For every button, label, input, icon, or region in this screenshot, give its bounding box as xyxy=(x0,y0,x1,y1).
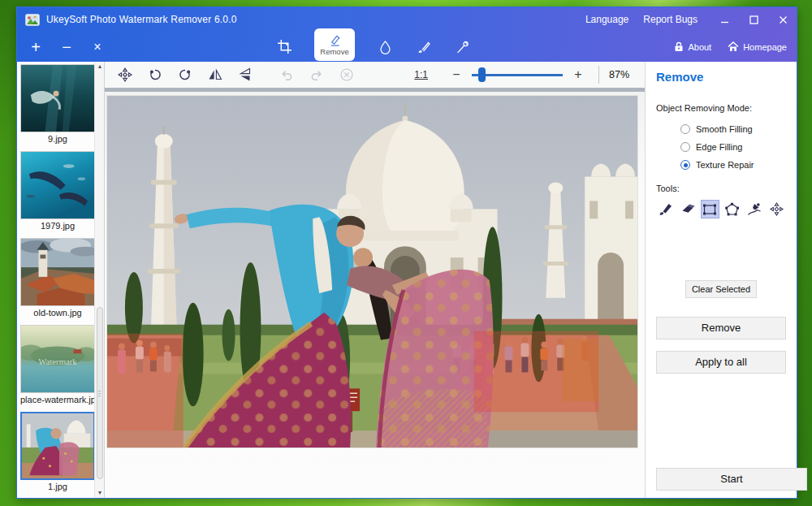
rotate-right-button[interactable] xyxy=(175,64,196,85)
window-header: UkeySoft Photo Watermark Remover 6.0.0 L… xyxy=(17,7,797,62)
apply-to-all-button[interactable]: Apply to all xyxy=(656,351,786,374)
flip-horizontal-button[interactable] xyxy=(205,64,226,85)
move-icon xyxy=(118,67,132,82)
tool-rectangle-select[interactable] xyxy=(701,200,720,218)
thumbnail-image[interactable]: Watermark xyxy=(20,325,95,393)
thumbnail-image[interactable] xyxy=(20,238,95,306)
old-town-image xyxy=(21,239,94,305)
close-button[interactable] xyxy=(777,15,788,24)
taj-mahal-couple-thumb xyxy=(22,413,93,478)
rotate-right-icon xyxy=(178,67,192,82)
tool-polygon-select[interactable] xyxy=(723,200,742,218)
thumbnail-image[interactable] xyxy=(20,151,95,219)
minimize-button[interactable] xyxy=(719,15,730,24)
panel-title: Remove xyxy=(656,70,786,84)
toolbar-divider xyxy=(598,66,599,84)
thumbnail-image[interactable] xyxy=(20,64,95,132)
maximize-button[interactable] xyxy=(748,15,759,24)
app-logo-icon xyxy=(25,14,40,26)
redo-button[interactable] xyxy=(306,64,327,85)
brush-tool-icon xyxy=(659,202,672,216)
cancel-circle-icon xyxy=(339,67,354,82)
selection-overlay-right-small[interactable] xyxy=(562,339,598,402)
home-icon xyxy=(728,41,739,52)
clear-selected-button[interactable]: Clear Selected xyxy=(685,280,757,298)
underwater-swimmers-image xyxy=(21,152,94,218)
tab-watermark-fill[interactable] xyxy=(376,38,394,56)
scrollbar-thumb[interactable] xyxy=(97,307,103,479)
menu-report-bugs[interactable]: Report Bugs xyxy=(643,14,698,25)
radio-edge-filling[interactable]: Edge Filling xyxy=(680,141,786,153)
actual-size-button[interactable]: 1:1 xyxy=(414,69,428,80)
minimize-icon xyxy=(720,15,729,24)
undo-button[interactable] xyxy=(276,64,297,85)
tool-brush[interactable] xyxy=(656,200,676,218)
thumbnail-item-9jpg[interactable]: 9.jpg xyxy=(20,64,95,146)
radio-icon[interactable] xyxy=(680,160,690,170)
radio-smooth-filling[interactable]: Smooth Filling xyxy=(680,123,786,135)
zoom-in-button[interactable]: + xyxy=(571,67,585,82)
zoom-slider-handle[interactable] xyxy=(478,67,486,82)
move-tool-button[interactable] xyxy=(114,64,136,85)
thumbnail-image[interactable] xyxy=(20,412,95,480)
about-label: About xyxy=(688,42,711,52)
titlebar: UkeySoft Photo Watermark Remover 6.0.0 L… xyxy=(17,7,797,32)
flip-vertical-button[interactable] xyxy=(235,64,256,85)
thumbnail-item-placewatermarkjpg[interactable]: Watermark place-watermark.jpg xyxy=(20,325,95,407)
app-window: UkeySoft Photo Watermark Remover 6.0.0 L… xyxy=(16,6,797,499)
radio-icon[interactable] xyxy=(680,124,690,134)
eraser-tool-icon xyxy=(681,202,695,216)
photo-canvas[interactable] xyxy=(106,95,638,448)
zoom-slider[interactable] xyxy=(472,67,563,82)
selection-overlay-left[interactable] xyxy=(107,334,184,448)
window-title: UkeySoft Photo Watermark Remover 6.0.0 xyxy=(46,14,237,25)
lock-icon xyxy=(674,41,684,52)
tool-pen-select[interactable] xyxy=(745,200,764,218)
thumbnail-item-oldtownjpg[interactable]: old-town.jpg xyxy=(20,238,95,320)
canvas-area[interactable] xyxy=(105,92,645,498)
tool-move[interactable] xyxy=(767,200,786,218)
image-list-sidebar: 9.jpg 1979.jpg xyxy=(17,62,105,498)
cancel-button[interactable] xyxy=(336,64,357,85)
zoom-out-button[interactable]: − xyxy=(449,67,464,82)
flip-vertical-icon xyxy=(238,67,253,82)
homepage-label: Homepage xyxy=(743,42,787,52)
about-button[interactable]: About xyxy=(674,41,711,52)
thumbnail-item-1jpg[interactable]: 1.jpg xyxy=(20,412,95,494)
radio-icon[interactable] xyxy=(680,142,690,152)
maximize-icon xyxy=(749,15,758,24)
radio-texture-repair[interactable]: Texture Repair xyxy=(680,159,786,171)
thumbnail-watermark-text: Watermark xyxy=(38,357,77,366)
homepage-button[interactable]: Homepage xyxy=(728,41,787,52)
sidebar-scrollbar[interactable]: ▲ ▼ xyxy=(94,62,104,498)
water-drop-icon xyxy=(378,40,392,54)
lake-watermark-image: Watermark xyxy=(21,326,94,392)
scroll-up-arrow-icon[interactable]: ▲ xyxy=(95,62,105,71)
tab-brush[interactable] xyxy=(415,38,433,56)
tab-crop[interactable] xyxy=(275,38,293,56)
scroll-down-arrow-icon[interactable]: ▼ xyxy=(95,488,105,498)
redo-icon xyxy=(309,67,324,82)
remove-settings-panel: Remove Object Removing Mode: Smooth Fill… xyxy=(645,62,797,498)
clear-images-button[interactable]: × xyxy=(89,41,106,54)
tool-eraser[interactable] xyxy=(678,200,698,218)
remove-button[interactable]: Remove xyxy=(656,317,786,339)
rotate-left-button[interactable] xyxy=(145,64,166,85)
main-toolbar: + − × Remove xyxy=(17,32,797,62)
menu-language[interactable]: Language xyxy=(585,14,628,25)
tab-sign-pen[interactable] xyxy=(454,38,472,56)
add-image-button[interactable]: + xyxy=(27,39,45,55)
thumbnail-filename: 1979.jpg xyxy=(20,219,95,233)
remove-image-button[interactable]: − xyxy=(58,39,76,55)
start-button[interactable]: Start xyxy=(656,468,807,491)
tools-section-label: Tools: xyxy=(656,184,786,193)
radio-label: Smooth Filling xyxy=(696,124,753,134)
thumbnail-item-1979jpg[interactable]: 1979.jpg xyxy=(20,151,95,233)
tab-remove-label: Remove xyxy=(320,47,348,56)
tab-remove[interactable]: Remove xyxy=(314,28,355,61)
thumbnail-filename: 9.jpg xyxy=(20,132,95,146)
eraser-icon xyxy=(329,34,341,46)
radio-label: Edge Filling xyxy=(696,142,742,152)
taj-mahal-couple-photo xyxy=(107,96,637,448)
tools-row xyxy=(656,200,786,218)
